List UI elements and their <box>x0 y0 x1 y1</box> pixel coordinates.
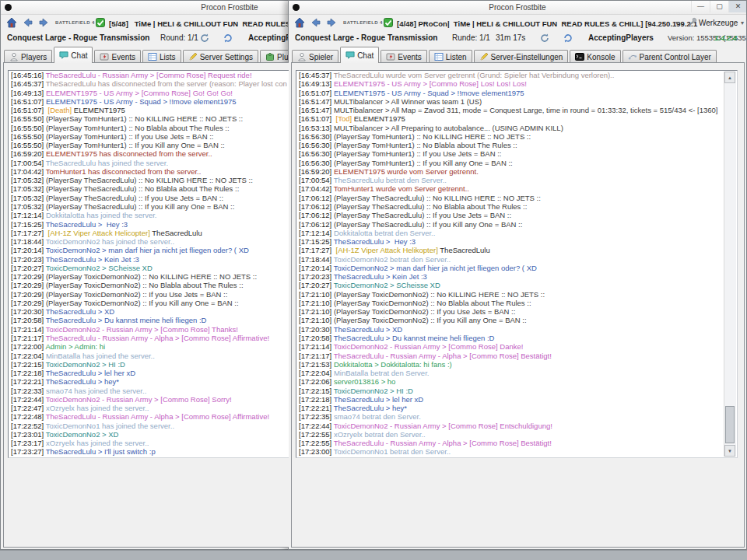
window-title: Procon Frostbite <box>289 3 746 12</box>
tab-chat[interactable]: Chat <box>340 47 379 63</box>
tab-server-settings[interactable]: Server Settings <box>183 50 258 63</box>
chat-line: [17:22:55] xOzryelx betrat den Server.. <box>296 430 737 439</box>
home-icon[interactable] <box>294 17 305 28</box>
chat-line: [17:22:55] TheSacredLulu - Russian Army … <box>296 439 737 447</box>
chat-line: [17:06:12] (PlayerSay TheSacredLulu) :: … <box>296 220 737 229</box>
chat-line: [17:06:12] (PlayerSay TheSacredLulu) :: … <box>296 194 737 202</box>
tab-events[interactable]: Events <box>94 50 141 63</box>
person-icon <box>9 52 19 61</box>
tab-bar: Players Chat Events Lists Server Setting… <box>4 47 289 63</box>
chat-line: [16:49:13] ELEMENT1975 - US Army > [Comm… <box>9 89 289 97</box>
round-label: Round: 1/1 <box>160 33 198 42</box>
chat-line: [17:22:44] ToxicDemonNo2 - Russian Army … <box>9 395 289 404</box>
chat-line: [17:23:00] ToxicDemonNo1 betrat den Serv… <box>296 447 737 456</box>
chat-line: [17:21:10] (PlayerSay ToxicDemonNo2) :: … <box>296 290 737 299</box>
reload-icon[interactable] <box>223 33 233 44</box>
server-name[interactable]: [4/48] PRoCon| TiMe | HELI & CHILLOUT FU… <box>397 19 697 28</box>
tab-players[interactable]: Players <box>4 50 52 63</box>
chat-line: [16:51:47] MULTibalancer > All Map = Zav… <box>296 106 737 114</box>
tab-lists[interactable]: Listen <box>429 50 472 63</box>
chat-line: [17:22:47] xOzryelx has joined the serve… <box>9 404 289 412</box>
titlebar[interactable]: Procon Frostbite — ▢ ✕ <box>289 1 746 15</box>
chat-line: [16:55:50] (PlayerSay TomHunter1) :: No … <box>9 124 289 132</box>
tab-parent-control-layer[interactable]: Parent Control Layer <box>622 50 717 63</box>
events-icon <box>100 52 109 61</box>
person-icon <box>297 52 307 61</box>
tools-dropdown-icon[interactable]: ▾ <box>741 19 744 26</box>
chat-line: [17:15:25] TheSacredLulu > Hey :3 <box>296 237 737 246</box>
chat-line: [17:17:27] [AH-1Z Viper Attack Helikopte… <box>296 246 737 254</box>
forward-icon[interactable] <box>326 17 337 28</box>
chat-log[interactable]: [16:45:16] TheSacredLulu - Russian Army … <box>8 70 289 458</box>
layer-link-icon <box>628 52 637 61</box>
reload-icon[interactable] <box>563 33 573 44</box>
titlebar[interactable]: Procon Frostbite <box>1 1 289 15</box>
tab-events[interactable]: Events <box>381 50 427 63</box>
chat-line: [17:21:14] ToxicDemonNo2 - Russian Army … <box>296 342 737 351</box>
chat-line: [17:05:32] (PlayerSay TheSacredLulu) :: … <box>9 184 289 193</box>
chat-line: [16:56:30] (PlayerSay TomHunter1) :: No … <box>296 141 737 149</box>
chat-line: [16:59:20] ELEMENT1975 has disconnected … <box>9 149 289 158</box>
server-state: AcceptingPlayers <box>248 33 289 42</box>
chat-line: [17:20:30] TheSacredLulu > XD <box>9 307 289 316</box>
chat-line: [16:51:07] ELEMENT1975 - US Army - Squad… <box>9 97 289 106</box>
forward-icon[interactable] <box>38 17 49 28</box>
chat-line: [16:45:37] TheSacredLulu wurde vom Serve… <box>296 71 737 79</box>
server-name[interactable]: [5/48] TiMe | HELI & CHILLOUT FUN READ R… <box>109 19 289 28</box>
tab-chat[interactable]: Chat <box>54 47 93 63</box>
chat-line: [17:22:04] MinBatalla has joined the ser… <box>9 352 289 360</box>
chat-line: [17:20:29] (PlayerSay ToxicDemonNo2) :: … <box>9 281 289 289</box>
scroll-down-icon[interactable]: ▼ <box>724 445 735 457</box>
chat-line: [17:22:44] ToxicDemonNo2 - Russian Army … <box>296 422 737 430</box>
scrollbar[interactable]: ▲ ▼ <box>724 72 736 457</box>
info-row: Conquest Large - Rogue Transmission Rund… <box>289 31 746 47</box>
tools-menu[interactable]: Werkzeuge <box>699 19 738 27</box>
console-icon <box>575 52 584 61</box>
minimize-button[interactable]: — <box>691 1 710 12</box>
map-name: Conquest Large - Rogue Transmission <box>7 33 149 42</box>
refresh-icon[interactable] <box>539 33 550 44</box>
refresh-icon[interactable] <box>199 33 210 44</box>
round-time: 31m 17s <box>496 33 525 42</box>
chat-line: [17:18:44] ToxicDemonNo2 has joined the … <box>9 237 289 246</box>
chat-line: [17:21:10] (PlayerSay ToxicDemonNo2) :: … <box>296 299 737 307</box>
events-icon <box>386 52 395 61</box>
chat-line: [16:51:47] MULTibalancer > All Winner wa… <box>296 97 737 106</box>
chat-line: [17:22:21] TheSacredLulu > hey* <box>9 377 289 386</box>
scrollbar-thumb[interactable] <box>725 406 735 443</box>
chat-line: [17:15:25] TheSacredLulu > Hey :3 <box>9 220 289 229</box>
chat-line: [17:22:52] ToxicDemonNo1 has joined the … <box>9 422 289 430</box>
back-icon[interactable] <box>23 17 33 28</box>
chat-line: [16:56:30] (PlayerSay TomHunter1) :: If … <box>296 159 737 167</box>
chat-line: [17:20:58] TheSacredLulu > Du kannst mei… <box>9 316 289 324</box>
chat-line: [17:21:10] (PlayerSay ToxicDemonNo2) :: … <box>296 316 737 324</box>
wrench-icon[interactable] <box>686 17 697 28</box>
chat-line: [16:49:13] ELEMENT1975 - US Army > [Comm… <box>296 79 737 88</box>
tab-lists[interactable]: Lists <box>142 50 181 63</box>
plugin-icon <box>265 52 275 61</box>
chat-line: [16:51:07] [Death] ELEMENT1975 <box>9 106 289 114</box>
back-icon[interactable] <box>310 17 321 28</box>
chat-line: [17:22:18] TheSacredLulu > lel her xD <box>9 369 289 377</box>
tab-server-settings[interactable]: Server-Einstellungen <box>474 50 569 63</box>
chat-line: [16:45:37] TheSacredLulu has disconnecte… <box>9 79 289 88</box>
chat-line: [17:04:42] TomHunter1 wurde vom Server g… <box>296 184 737 193</box>
server-dropdown-icon[interactable]: ▾ <box>675 19 679 26</box>
chat-line: [16:55:50] (PlayerSay TomHunter1) :: If … <box>9 141 289 149</box>
maximize-button[interactable]: ▢ <box>710 1 728 12</box>
chat-line: [17:20:14] ToxicDemonNo2 > man darf hier… <box>296 264 737 272</box>
chat-line: [17:20:29] (PlayerSay ToxicDemonNo2) :: … <box>9 272 289 281</box>
chat-line: [17:21:17] TheSacredLulu - Russian Army … <box>296 352 737 360</box>
chat-bubble-icon <box>59 51 68 60</box>
scroll-up-icon[interactable]: ▲ <box>724 72 735 83</box>
tab-players[interactable]: Spieler <box>292 50 338 63</box>
info-row: Conquest Large - Rogue Transmission Roun… <box>1 31 289 47</box>
home-icon[interactable] <box>6 17 17 28</box>
chat-log[interactable]: [16:45:37] TheSacredLulu wurde vom Serve… <box>296 70 738 458</box>
tab-console[interactable]: Konsole <box>570 50 620 63</box>
chat-line: [16:51:07] [Tod] ELEMENT1975 <box>296 114 737 123</box>
server-state: AcceptingPlayers <box>588 33 654 42</box>
chat-line: [17:00:54] TheSacredLulu has joined the … <box>9 159 289 167</box>
close-button[interactable]: ✕ <box>728 1 747 12</box>
tab-plugins[interactable]: Plugins <box>260 50 289 63</box>
